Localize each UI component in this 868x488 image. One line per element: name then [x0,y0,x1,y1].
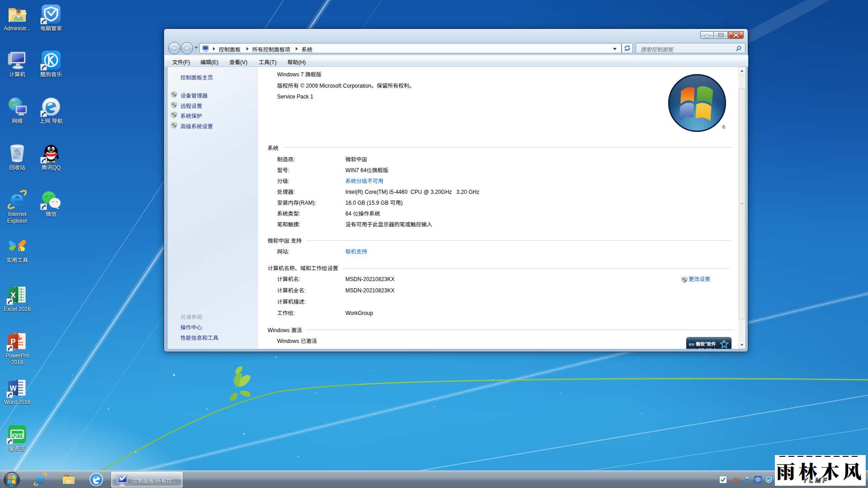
svg-text:®: ® [722,125,726,130]
svg-text:中: 中 [755,476,760,483]
svg-text:W: W [9,385,17,392]
svg-text:iQIYI: iQIYI [11,432,23,438]
